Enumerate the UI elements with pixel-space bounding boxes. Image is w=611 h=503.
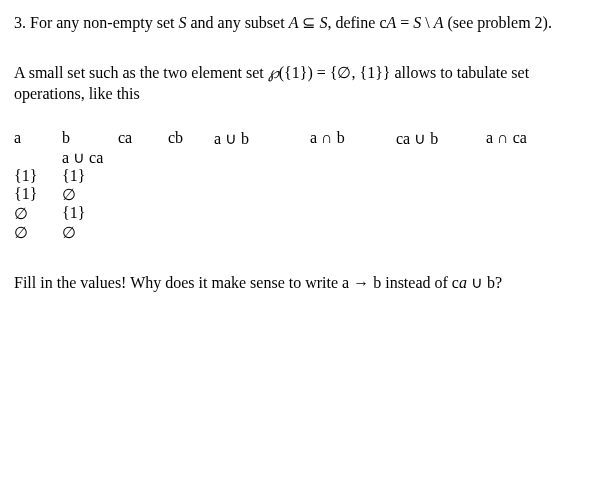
final-question: Fill in the values! Why does it make sen… — [14, 272, 597, 294]
intro-text2: and any subset — [186, 14, 288, 31]
setminus-sym: \ — [421, 14, 433, 31]
table-row: {1} ∅ — [14, 185, 527, 204]
desc-text1: A small set such as the two element set — [14, 64, 268, 81]
intro-text4: (see problem 2). — [444, 14, 552, 31]
col-header-b: b — [62, 129, 118, 148]
col-header-caub: ca ∪ b — [396, 129, 486, 148]
question-text1: Fill in the values! Why does it make sen… — [14, 274, 459, 291]
cell-a: ∅ — [14, 204, 62, 223]
table-row: ∅ ∅ — [14, 223, 527, 242]
powerset-sym: ℘ — [268, 64, 279, 81]
var-A3: A — [434, 14, 444, 31]
cell-b: ∅ — [62, 223, 118, 242]
cell-b: {1} — [62, 204, 118, 223]
cell-b: ∅ — [62, 185, 118, 204]
col-header-auca: a ∪ ca — [62, 148, 118, 167]
cell-a: ∅ — [14, 223, 62, 242]
subset-sym: ⊆ — [298, 14, 319, 31]
var-A: A — [289, 14, 299, 31]
col-header-a: a — [14, 129, 62, 148]
problem-intro: 3. For any non-empty set S and any subse… — [14, 12, 597, 34]
table-header-row-2: a ∪ ca — [14, 148, 527, 167]
col-header-anca: a ∩ ca — [486, 129, 527, 148]
col-header-anb: a ∩ b — [310, 129, 396, 148]
var-A2: A — [386, 14, 396, 31]
cell-b: {1} — [62, 167, 118, 185]
intro-text3: , define c — [327, 14, 386, 31]
cell-a: {1} — [14, 167, 62, 185]
col-header-cb: cb — [168, 129, 214, 148]
eq-sym: = — [396, 14, 413, 31]
col-header-ca: ca — [118, 129, 168, 148]
problem-number: 3. — [14, 14, 26, 31]
table-header-row-1: a b ca cb a ∪ b a ∩ b ca ∪ b a ∩ ca — [14, 129, 527, 148]
question-text2: ∪ b? — [467, 274, 502, 291]
description: A small set such as the two element set … — [14, 62, 597, 105]
cell-a: {1} — [14, 185, 62, 204]
intro-text1: For any non-empty set — [26, 14, 178, 31]
operations-table: a b ca cb a ∪ b a ∩ b ca ∪ b a ∩ ca a ∪ … — [14, 129, 527, 242]
table-row: {1} {1} — [14, 167, 527, 185]
table-row: ∅ {1} — [14, 204, 527, 223]
question-var-a: a — [459, 274, 467, 291]
col-header-aub: a ∪ b — [214, 129, 310, 148]
